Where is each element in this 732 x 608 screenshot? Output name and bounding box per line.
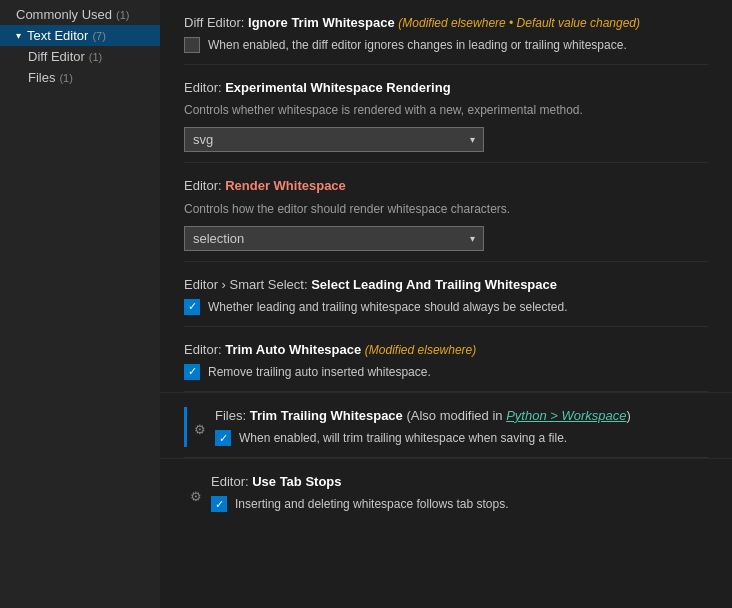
setting-experimental-whitespace: Editor: Experimental Whitespace Renderin… [184, 65, 708, 163]
setting-description: Whether leading and trailing whitespace … [208, 298, 568, 316]
setting-name: Trim Auto Whitespace [225, 342, 361, 357]
checkbox[interactable] [211, 496, 227, 512]
setting-prefix: Editor › Smart Select: [184, 277, 311, 292]
checkbox[interactable] [184, 364, 200, 380]
checkbox-row: Whether leading and trailing whitespace … [184, 298, 708, 316]
sidebar-item-count: (1) [59, 72, 72, 84]
setting-content: Files: Trim Trailing Whitespace (Also mo… [215, 407, 708, 447]
setting-name: Select Leading And Trailing Whitespace [311, 277, 557, 292]
setting-description: When enabled, will trim trailing whitesp… [239, 429, 567, 447]
sidebar-item-label: Commonly Used [16, 7, 112, 22]
setting-description: Inserting and deleting whitespace follow… [235, 495, 509, 513]
setting-prefix: Editor: [184, 80, 225, 95]
setting-prefix: Editor: [184, 178, 225, 193]
sidebar-item-diff-editor[interactable]: Diff Editor (1) [0, 46, 160, 67]
checkbox[interactable] [184, 37, 200, 53]
setting-modified-link[interactable]: Python > Workspace [506, 408, 626, 423]
setting-name: Ignore Trim Whitespace [248, 15, 395, 30]
sidebar-item-count: (1) [116, 9, 129, 21]
setting-name: Experimental Whitespace Rendering [225, 80, 450, 95]
setting-diff-ignore-trim: Diff Editor: Ignore Trim Whitespace (Mod… [184, 0, 708, 65]
setting-description: Controls how the editor should render wh… [184, 200, 708, 218]
setting-trim-auto: Editor: Trim Auto Whitespace (Modified e… [184, 327, 708, 392]
setting-name: Render Whitespace [225, 178, 346, 193]
setting-prefix: Files: [215, 408, 250, 423]
setting-modified: (Modified elsewhere • Default value chan… [398, 16, 640, 30]
gear-column: ⚙ [191, 407, 215, 447]
setting-title: Files: Trim Trailing Whitespace (Also mo… [215, 407, 708, 425]
setting-modified-suffix: ) [626, 408, 630, 423]
sidebar-item-count: (7) [92, 30, 105, 42]
setting-title: Editor › Smart Select: Select Leading An… [184, 276, 708, 294]
dropdown-render-whitespace[interactable]: selection ▾ [184, 226, 484, 251]
dropdown-value: svg [193, 132, 213, 147]
sidebar-item-files[interactable]: Files (1) [0, 67, 160, 88]
sidebar-item-count: (1) [89, 51, 102, 63]
sidebar-item-commonly-used[interactable]: Commonly Used (1) [0, 4, 160, 25]
sidebar-item-text-editor[interactable]: ▾ Text Editor (7) [0, 25, 160, 46]
gear-button[interactable]: ⚙ [191, 421, 209, 439]
sidebar-item-label: Files [28, 70, 55, 85]
chevron-down-icon: ▾ [16, 30, 21, 41]
chevron-down-icon: ▾ [470, 233, 475, 244]
setting-prefix: Editor: [211, 474, 252, 489]
chevron-down-icon: ▾ [470, 134, 475, 145]
setting-name: Trim Trailing Whitespace [250, 408, 403, 423]
checkbox-row: When enabled, will trim trailing whitesp… [215, 429, 708, 447]
blue-bar [184, 407, 187, 447]
setting-title: Editor: Use Tab Stops [211, 473, 708, 491]
checkbox[interactable] [215, 430, 231, 446]
setting-title: Editor: Experimental Whitespace Renderin… [184, 79, 708, 97]
setting-modified-prefix: (Also modified in [406, 408, 506, 423]
setting-description: Controls whether whitespace is rendered … [184, 101, 708, 119]
setting-description: When enabled, the diff editor ignores ch… [208, 36, 627, 54]
setting-description: Remove trailing auto inserted whitespace… [208, 363, 431, 381]
setting-content: Editor: Use Tab Stops Inserting and dele… [211, 473, 708, 513]
setting-title: Diff Editor: Ignore Trim Whitespace (Mod… [184, 14, 708, 32]
setting-title: Editor: Trim Auto Whitespace (Modified e… [184, 341, 708, 359]
checkbox-row: Remove trailing auto inserted whitespace… [184, 363, 708, 381]
setting-render-whitespace: Editor: Render Whitespace Controls how t… [184, 163, 708, 261]
setting-prefix: Diff Editor: [184, 15, 248, 30]
setting-modified: (Modified elsewhere) [365, 343, 476, 357]
dropdown-value: selection [193, 231, 244, 246]
main-content: Diff Editor: Ignore Trim Whitespace (Mod… [160, 0, 732, 608]
checkbox-row: When enabled, the diff editor ignores ch… [184, 36, 708, 54]
sidebar-item-label: Text Editor [27, 28, 88, 43]
gear-column: ⚙ [187, 473, 211, 513]
checkbox-row: Inserting and deleting whitespace follow… [211, 495, 708, 513]
sidebar-item-label: Diff Editor [28, 49, 85, 64]
setting-prefix: Editor: [184, 342, 225, 357]
setting-files-trim: ⚙ Files: Trim Trailing Whitespace (Also … [184, 393, 708, 458]
setting-use-tab-stops: ⚙ Editor: Use Tab Stops Inserting and de… [184, 459, 708, 523]
sidebar: Commonly Used (1) ▾ Text Editor (7) Diff… [0, 0, 160, 608]
dropdown-experimental[interactable]: svg ▾ [184, 127, 484, 152]
gear-button[interactable]: ⚙ [187, 487, 205, 505]
setting-name: Use Tab Stops [252, 474, 341, 489]
setting-title: Editor: Render Whitespace [184, 177, 708, 195]
setting-smart-select: Editor › Smart Select: Select Leading An… [184, 262, 708, 327]
checkbox[interactable] [184, 299, 200, 315]
